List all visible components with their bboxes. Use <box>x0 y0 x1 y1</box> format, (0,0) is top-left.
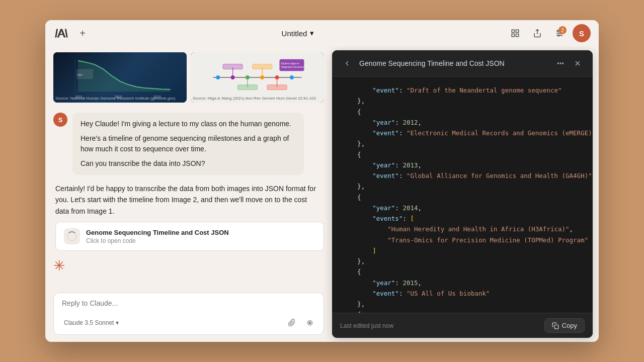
artifact-subtitle: Click to open code <box>86 237 229 244</box>
attach-button[interactable] <box>284 315 299 330</box>
svg-point-24 <box>290 75 294 79</box>
svg-rect-31 <box>237 85 257 90</box>
svg-point-39 <box>560 63 561 64</box>
user-message: S Hey Claude! I'm giving a lecture to my… <box>53 113 324 175</box>
svg-point-19 <box>216 75 220 79</box>
share-button[interactable] <box>528 24 546 42</box>
svg-rect-0 <box>512 30 514 32</box>
main-content: 2001 2010 2020 NIH Source: National Huma… <box>45 46 599 342</box>
svg-point-38 <box>557 63 558 64</box>
title-chevron: ▾ <box>310 29 314 38</box>
projects-button[interactable] <box>506 24 524 42</box>
image-1-caption: Source: National Human Genome Research I… <box>55 96 175 101</box>
copy-icon <box>552 322 559 329</box>
image-1-thumbnail[interactable]: 2001 2010 2020 NIH Source: National Huma… <box>53 52 187 103</box>
svg-point-22 <box>260 75 264 79</box>
record-button[interactable] <box>302 315 317 330</box>
svg-point-21 <box>246 75 250 79</box>
code-panel: Genome Sequencing Timeline and Cost JSON <box>332 50 593 338</box>
image-2-thumbnail[interactable]: Explore region in Integrative Genomics S… <box>191 52 324 103</box>
code-panel-header: Genome Sequencing Timeline and Cost JSON <box>332 50 593 77</box>
user-message-line3: Can you transcribe the data into JSON? <box>80 158 296 169</box>
svg-point-37 <box>309 322 311 324</box>
model-name: Claude 3.5 Sonnet <box>64 319 114 326</box>
new-chat-button[interactable]: + <box>75 26 90 40</box>
image-2-caption: Source: Miga & Wang (2021) Ann Rev Genom… <box>193 96 316 101</box>
model-chevron: ▾ <box>116 319 119 326</box>
user-message-line2: Here's a timeline of genome sequencing m… <box>80 133 296 154</box>
chat-panel: 2001 2010 2020 NIH Source: National Huma… <box>45 46 332 342</box>
anthropic-logo <box>53 25 69 41</box>
panel-actions <box>553 56 585 70</box>
app-window: + Untitled ▾ 2 <box>45 20 599 342</box>
artifact-title: Genome Sequencing Timeline and Cost JSON <box>86 229 229 236</box>
back-button[interactable] <box>340 56 354 70</box>
panel-title: Genome Sequencing Timeline and Cost JSON <box>359 59 505 67</box>
copy-label: Copy <box>562 322 577 329</box>
user-avatar-button[interactable]: S <box>573 24 591 42</box>
model-selector[interactable]: Claude 3.5 Sonnet ▾ <box>60 317 123 328</box>
svg-rect-2 <box>516 34 518 37</box>
svg-point-40 <box>562 63 564 64</box>
close-panel-button[interactable] <box>571 56 585 70</box>
top-bar: + Untitled ▾ 2 <box>45 20 599 46</box>
title-section[interactable]: Untitled ▾ <box>282 29 314 38</box>
footer-status: Last edited just now <box>340 322 393 329</box>
top-bar-left: + <box>53 25 90 41</box>
code-content[interactable]: "event": "Draft of the Neandertal genome… <box>332 77 593 313</box>
svg-point-23 <box>275 75 279 79</box>
svg-text:NIH: NIH <box>77 73 83 76</box>
svg-text:Explore region in: Explore region in <box>281 62 299 65</box>
code-panel-left: Genome Sequencing Timeline and Cost JSON <box>340 56 505 70</box>
uploaded-images: 2001 2010 2020 NIH Source: National Huma… <box>53 52 324 105</box>
svg-rect-3 <box>512 34 514 37</box>
code-panel-footer: Last edited just now Copy <box>332 313 593 338</box>
svg-point-20 <box>231 75 235 79</box>
svg-rect-33 <box>280 59 304 71</box>
chat-input-box: Claude 3.5 Sonnet ▾ <box>53 293 324 335</box>
chat-input-area: Claude 3.5 Sonnet ▾ <box>45 288 332 342</box>
assistant-text: Certainly! I'd be happy to transcribe th… <box>53 183 324 217</box>
notification-badge: 2 <box>558 26 567 34</box>
settings-button[interactable]: 2 <box>550 24 569 42</box>
code-block: "event": "Draft of the Neandertal genome… <box>332 77 593 313</box>
top-bar-right: 2 S <box>506 24 591 42</box>
more-options-button[interactable] <box>553 56 568 70</box>
svg-text:Integrative Genomics: Integrative Genomics <box>281 66 304 68</box>
svg-rect-32 <box>267 85 287 90</box>
svg-rect-43 <box>554 325 558 329</box>
svg-rect-30 <box>253 64 272 69</box>
user-avatar: S <box>53 113 67 127</box>
chat-input[interactable] <box>54 293 324 311</box>
svg-rect-29 <box>223 64 243 69</box>
copy-button[interactable]: Copy <box>544 318 585 333</box>
conversation-title: Untitled <box>282 29 307 38</box>
chat-input-footer: Claude 3.5 Sonnet ▾ <box>54 313 324 334</box>
input-actions <box>284 315 317 330</box>
artifact-card[interactable]: Genome Sequencing Timeline and Cost JSON… <box>55 222 324 251</box>
artifact-info: Genome Sequencing Timeline and Cost JSON… <box>86 229 229 244</box>
loading-spinner <box>67 231 77 241</box>
chat-messages: 2001 2010 2020 NIH Source: National Huma… <box>45 46 332 288</box>
user-message-line1: Hey Claude! I'm giving a lecture to my c… <box>80 119 296 129</box>
user-bubble: Hey Claude! I'm giving a lecture to my c… <box>72 113 304 175</box>
loading-asterisk: ✳ <box>53 259 324 273</box>
artifact-icon <box>64 228 80 244</box>
svg-rect-1 <box>516 30 518 32</box>
svg-point-10 <box>558 35 559 36</box>
assistant-message: Certainly! I'd be happy to transcribe th… <box>53 183 324 251</box>
